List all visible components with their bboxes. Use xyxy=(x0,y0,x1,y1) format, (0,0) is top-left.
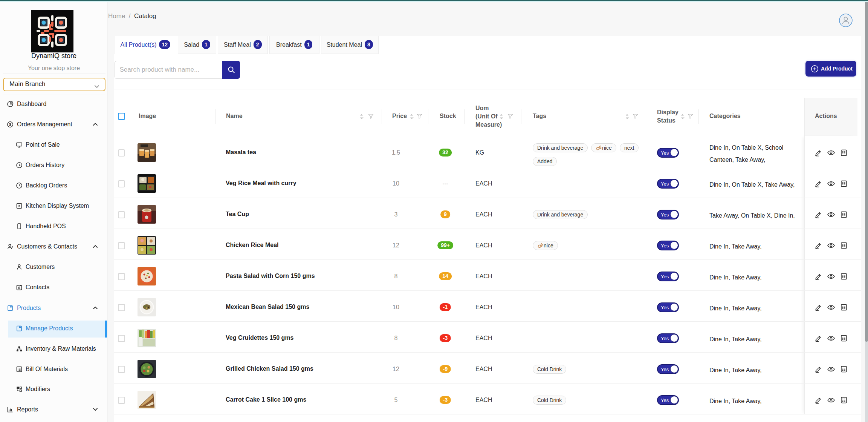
svg-text:$: $ xyxy=(9,123,11,127)
